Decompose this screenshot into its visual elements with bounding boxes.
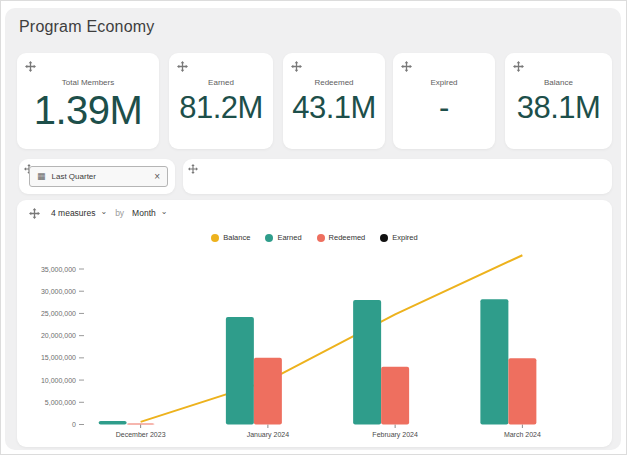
- kpi-label: Total Members: [62, 78, 114, 87]
- kpi-value: -: [439, 90, 449, 126]
- calendar-icon: ▦: [37, 172, 46, 181]
- move-icon[interactable]: [513, 61, 524, 72]
- svg-text:10,000,000: 10,000,000: [41, 377, 76, 384]
- svg-text:0: 0: [72, 421, 76, 428]
- legend-label: Balance: [223, 233, 250, 242]
- legend-dot: [380, 234, 388, 242]
- move-icon[interactable]: [291, 61, 302, 72]
- kpi-label: Balance: [544, 78, 573, 87]
- date-filter-chip[interactable]: ▦ Last Quarter ×: [29, 166, 168, 187]
- move-icon[interactable]: [25, 61, 36, 72]
- page-title: Program Economy: [19, 18, 155, 36]
- svg-text:5,000,000: 5,000,000: [45, 399, 76, 406]
- move-icon[interactable]: [177, 61, 188, 72]
- chart-controls: 4 measures ⌄ by Month ⌄: [29, 206, 167, 220]
- svg-text:15,000,000: 15,000,000: [41, 354, 76, 361]
- economy-chart-card: 05,000,00010,000,00015,000,00020,000,000…: [17, 200, 612, 447]
- kpi-value: 43.1M: [292, 90, 376, 126]
- legend-label: Expired: [392, 233, 417, 242]
- legend-item-redeemed[interactable]: Redeemed: [317, 233, 366, 242]
- legend-label: Earned: [277, 233, 301, 242]
- kpi-card-total-members: Total Members 1.39M: [17, 53, 159, 149]
- legend-dot: [211, 234, 219, 242]
- by-label: by: [115, 208, 124, 218]
- dashboard-frame: Program Economy Total Members 1.39M Earn…: [0, 0, 627, 455]
- close-icon[interactable]: ×: [154, 172, 160, 182]
- legend-item-expired[interactable]: Expired: [380, 233, 417, 242]
- date-filter-card: ▦ Last Quarter ×: [19, 159, 175, 194]
- legend-item-balance[interactable]: Balance: [211, 233, 250, 242]
- legend-dot: [317, 234, 325, 242]
- kpi-value: 38.1M: [517, 90, 601, 126]
- move-icon[interactable]: [29, 208, 40, 219]
- kpi-value: 1.39M: [34, 88, 143, 133]
- group-by-dropdown[interactable]: Month: [132, 208, 156, 218]
- svg-text:30,000,000: 30,000,000: [41, 288, 76, 295]
- legend-item-earned[interactable]: Earned: [265, 233, 301, 242]
- kpi-card-redeemed: Redeemed 43.1M: [283, 53, 385, 149]
- chart-legend: Balance Earned Redeemed Expired: [17, 233, 612, 242]
- legend-dot: [265, 234, 273, 242]
- empty-filter-card: [183, 159, 612, 194]
- kpi-card-expired: Expired -: [393, 53, 495, 149]
- svg-text:February 2024: February 2024: [372, 431, 418, 439]
- move-icon[interactable]: [188, 164, 198, 174]
- svg-text:December 2023: December 2023: [116, 431, 166, 438]
- kpi-value: 81.2M: [179, 90, 263, 126]
- kpi-card-earned: Earned 81.2M: [169, 53, 273, 149]
- svg-text:January 2024: January 2024: [247, 431, 290, 439]
- kpi-label: Expired: [430, 78, 457, 87]
- date-filter-label: Last Quarter: [52, 172, 96, 181]
- kpi-label: Redeemed: [314, 78, 353, 87]
- svg-text:25,000,000: 25,000,000: [41, 310, 76, 317]
- svg-text:20,000,000: 20,000,000: [41, 332, 76, 339]
- chevron-down-icon[interactable]: ⌄: [161, 207, 168, 216]
- legend-label: Redeemed: [329, 233, 366, 242]
- move-icon[interactable]: [401, 61, 412, 72]
- kpi-card-balance: Balance 38.1M: [505, 53, 612, 149]
- measures-dropdown[interactable]: 4 measures: [51, 208, 95, 218]
- svg-text:35,000,000: 35,000,000: [41, 266, 76, 273]
- svg-text:March 2024: March 2024: [504, 431, 541, 438]
- chevron-down-icon[interactable]: ⌄: [100, 207, 107, 216]
- kpi-label: Earned: [208, 78, 234, 87]
